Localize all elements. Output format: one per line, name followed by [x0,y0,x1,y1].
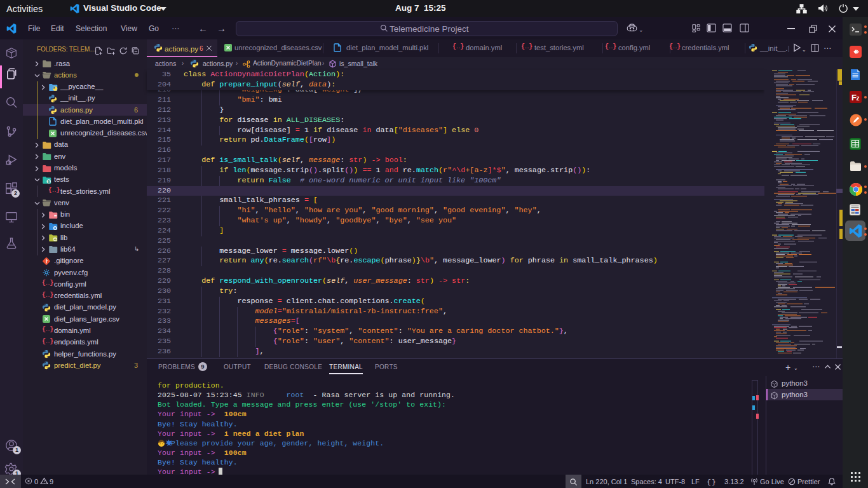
svg-text:$: $ [48,179,50,184]
svg-text:z: z [856,95,859,102]
